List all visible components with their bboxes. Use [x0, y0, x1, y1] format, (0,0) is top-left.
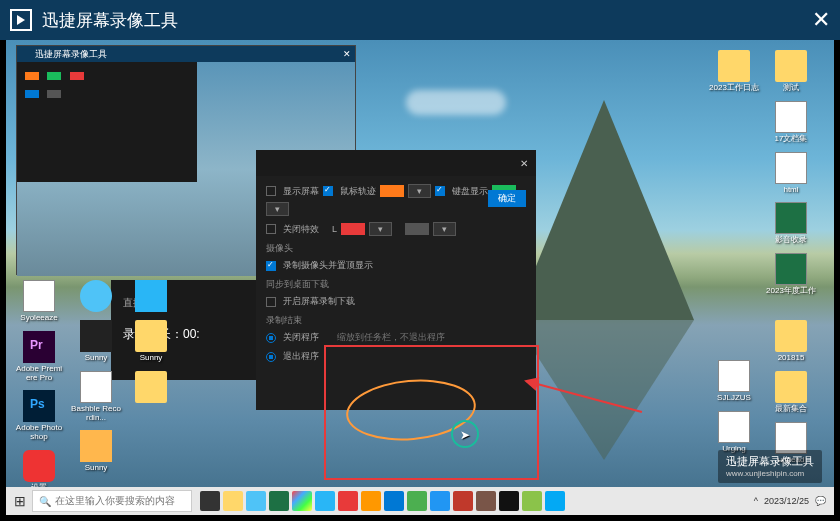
search-input[interactable]: 🔍 在这里输入你要搜索的内容 [32, 490, 192, 512]
desktop-content: 迅捷屏幕录像工具 ✕ 直播工具 录制时长：00: 摄像头设置 [6, 40, 834, 515]
desktop-icon[interactable]: 最新集合 [766, 371, 816, 414]
file-icon [775, 152, 807, 184]
taskbar-app-icon[interactable] [407, 491, 427, 511]
app-titlebar: 迅捷屏幕录像工具 ✕ [0, 0, 840, 40]
color-chip [25, 90, 39, 98]
app-icon [80, 280, 112, 312]
desktop-icons-lower-right-2: SJLJZUS Urging [709, 360, 769, 462]
section-download: 同步到桌面下载 [266, 278, 526, 291]
section-on-end: 录制结束 [266, 314, 526, 327]
desktop-icon[interactable]: Urging [709, 411, 759, 454]
taskbar-app-icon[interactable] [269, 491, 289, 511]
desktop-icon[interactable]: 测试 [766, 50, 816, 93]
app-icon [23, 280, 55, 312]
section-camera: 摄像头 [266, 242, 526, 255]
taskbar-app-icon[interactable] [476, 491, 496, 511]
color-dropdown[interactable]: ▾ [369, 222, 392, 236]
desktop-icons-left-3: Sunny [126, 280, 176, 411]
taskbar-app-icon[interactable] [315, 491, 335, 511]
folder-icon [718, 50, 750, 82]
desktop-icon[interactable]: 17文档集 [766, 101, 816, 144]
taskbar-app-icon[interactable] [545, 491, 565, 511]
premiere-icon [23, 331, 55, 363]
desktop-icon[interactable]: Sunny [71, 320, 121, 363]
desktop-icon[interactable]: 影音收录 [766, 202, 816, 245]
checkbox-disable-effects[interactable] [266, 224, 276, 234]
nested-title: 迅捷屏幕录像工具 [35, 48, 107, 61]
wallpaper-mountain-reflection [514, 320, 694, 460]
desktop-icons-right: 测试 17文档集 html 影音收录 2023年度工作 [766, 50, 826, 304]
desktop-icons-left-2: Sunny Bashble Recordin... Sunny [71, 280, 121, 481]
taskbar-app-icon[interactable] [361, 491, 381, 511]
taskbar-app-icon[interactable] [200, 491, 220, 511]
desktop-icon[interactable] [71, 280, 121, 312]
app-icon [23, 450, 55, 482]
color-dropdown[interactable]: ▾ [266, 202, 289, 216]
desktop-icon[interactable]: Adobe Photoshop [14, 390, 64, 442]
taskbar-app-icon[interactable] [499, 491, 519, 511]
cursor-icon: ➤ [460, 428, 470, 442]
color-chip [47, 72, 61, 80]
taskbar-app-icon[interactable] [338, 491, 358, 511]
tray-date[interactable]: 2023/12/25 [764, 496, 809, 506]
radio-exit-program[interactable] [266, 352, 276, 362]
checkbox-keyboard[interactable] [435, 186, 445, 196]
checkbox-camera-record[interactable] [266, 261, 276, 271]
taskbar-app-icon[interactable] [223, 491, 243, 511]
checkbox-mouse-trail[interactable] [323, 186, 333, 196]
photoshop-icon [23, 390, 55, 422]
folder-icon [775, 50, 807, 82]
app-icon [80, 371, 112, 403]
app-icon [80, 320, 112, 352]
taskbar-app-icon[interactable] [246, 491, 266, 511]
app-icon [135, 280, 167, 312]
search-icon: 🔍 [39, 496, 51, 507]
wallpaper-cloud [406, 90, 506, 115]
confirm-button[interactable]: 确定 [488, 190, 526, 207]
taskbar-app-icon[interactable] [522, 491, 542, 511]
desktop-icon[interactable]: Sunny [71, 430, 121, 473]
excel-icon [775, 253, 807, 285]
tray-chevron-icon[interactable]: ^ [754, 496, 758, 506]
checkbox-download[interactable] [266, 297, 276, 307]
nested-panel [17, 62, 197, 182]
desktop-icons-left: Syoleeaze Adobe Premiere Pro Adobe Photo… [14, 280, 64, 501]
close-button[interactable]: ✕ [812, 7, 830, 33]
settings-close-button[interactable]: ✕ [520, 158, 528, 169]
nested-close-button[interactable]: ✕ [343, 49, 351, 59]
desktop-icon[interactable]: Adobe Premiere Pro [14, 331, 64, 383]
app-logo-icon [10, 9, 32, 31]
taskbar-app-icon[interactable] [430, 491, 450, 511]
color-swatch-orange[interactable] [380, 185, 404, 197]
watermark-url: www.xunjieshipin.com [726, 469, 814, 479]
checkbox-show-screen[interactable] [266, 186, 276, 196]
desktop-icon[interactable]: Sunny [126, 320, 176, 363]
color-chip [47, 90, 61, 98]
taskbar: ⊞ 🔍 在这里输入你要搜索的内容 ^ 2023/12/25 💬 [6, 487, 834, 515]
desktop-icon[interactable]: html [766, 152, 816, 195]
desktop-icon[interactable]: 201815 [766, 320, 816, 363]
desktop-icon[interactable]: Bashble Recordin... [71, 371, 121, 423]
color-dropdown[interactable]: ▾ [433, 222, 456, 236]
wallpaper-mountain [514, 100, 694, 320]
file-icon [775, 422, 807, 454]
radio-close-program[interactable] [266, 333, 276, 343]
folder-icon [135, 320, 167, 352]
taskbar-apps [200, 491, 565, 511]
desktop-icon[interactable]: Syoleeaze [14, 280, 64, 323]
app-icon [80, 430, 112, 462]
color-swatch-grey[interactable] [405, 223, 429, 235]
tray-notification-icon[interactable]: 💬 [815, 496, 826, 506]
start-button[interactable]: ⊞ [8, 489, 32, 513]
desktop-icon[interactable] [126, 371, 176, 403]
taskbar-app-icon[interactable] [453, 491, 473, 511]
taskbar-app-icon[interactable] [384, 491, 404, 511]
taskbar-chrome-icon[interactable] [292, 491, 312, 511]
color-swatch-red[interactable] [341, 223, 365, 235]
desktop-icon[interactable]: 2023工作日志 [709, 50, 759, 93]
folder-icon [775, 320, 807, 352]
desktop-icon[interactable] [126, 280, 176, 312]
desktop-icon[interactable]: SJLJZUS [709, 360, 759, 403]
desktop-icon[interactable]: 2023年度工作 [766, 253, 816, 296]
color-dropdown[interactable]: ▾ [408, 184, 431, 198]
